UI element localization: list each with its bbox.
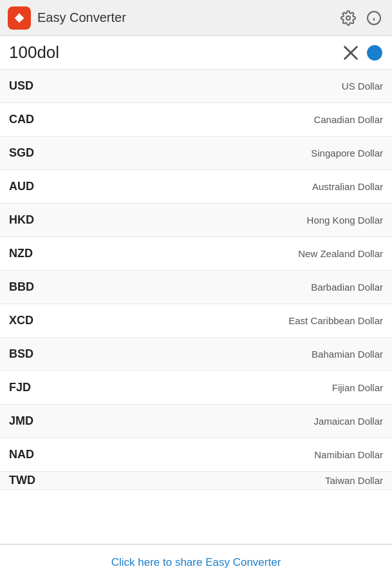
info-circle-button[interactable] (366, 44, 383, 61)
currency-list: USDUS DollarCADCanadian DollarSGDSingapo… (0, 70, 392, 544)
currency-code: BSD (9, 347, 48, 361)
svg-point-0 (346, 16, 350, 20)
list-item[interactable]: XCDEast Caribbean Dollar (0, 304, 392, 338)
list-item[interactable]: SGDSingapore Dollar (0, 137, 392, 170)
currency-name: New Zealand Dollar (298, 248, 383, 259)
search-bar: 100dol (0, 36, 392, 70)
close-button[interactable] (342, 44, 360, 62)
app-title: Easy Converter (37, 10, 333, 25)
list-item[interactable]: BSDBahamian Dollar (0, 338, 392, 371)
list-item[interactable]: TWDTaiwan Dollar (0, 472, 392, 490)
currency-name: Barbadian Dollar (311, 282, 383, 293)
currency-code: NZD (9, 247, 48, 260)
currency-name: US Dollar (342, 81, 383, 92)
search-input-value[interactable]: 100dol (9, 43, 59, 63)
currency-code: SGD (9, 146, 48, 160)
search-actions (342, 44, 383, 62)
svg-point-8 (374, 50, 375, 50)
currency-name: Bahamian Dollar (312, 349, 383, 360)
currency-code: JMD (9, 414, 48, 428)
currency-name: Hong Kong Dollar (307, 215, 383, 226)
currency-code: NAD (9, 448, 48, 461)
share-label[interactable]: Click here to share Easy Converter (111, 556, 281, 569)
list-item[interactable]: NZDNew Zealand Dollar (0, 237, 392, 271)
currency-code: AUD (9, 180, 48, 193)
list-item[interactable]: CADCanadian Dollar (0, 103, 392, 137)
header-info-button[interactable] (364, 8, 384, 28)
currency-code: BBD (9, 280, 48, 294)
list-item[interactable]: FJDFijian Dollar (0, 371, 392, 405)
currency-name: Singapore Dollar (311, 148, 383, 159)
currency-name: East Caribbean Dollar (288, 315, 383, 326)
currency-name: Jamaican Dollar (313, 416, 383, 427)
list-item[interactable]: BBDBarbadian Dollar (0, 271, 392, 304)
currency-code: HKD (9, 213, 48, 227)
list-item[interactable]: USDUS Dollar (0, 70, 392, 103)
currency-code: USD (9, 79, 48, 93)
app-logo (8, 6, 31, 30)
currency-code: XCD (9, 314, 48, 327)
list-item[interactable]: AUDAustralian Dollar (0, 170, 392, 204)
currency-code: CAD (9, 113, 48, 126)
list-item[interactable]: NADNamibian Dollar (0, 438, 392, 472)
currency-code: FJD (9, 381, 48, 394)
gear-button[interactable] (338, 8, 359, 28)
app-header: Easy Converter (0, 0, 392, 36)
list-item[interactable]: JMDJamaican Dollar (0, 405, 392, 438)
currency-name: Namibian Dollar (314, 449, 383, 460)
currency-name: Fijian Dollar (332, 382, 383, 393)
currency-name: Canadian Dollar (313, 114, 383, 125)
list-item[interactable]: HKDHong Kong Dollar (0, 204, 392, 237)
currency-name: Australian Dollar (312, 181, 383, 192)
share-bar[interactable]: Click here to share Easy Converter (0, 544, 392, 580)
